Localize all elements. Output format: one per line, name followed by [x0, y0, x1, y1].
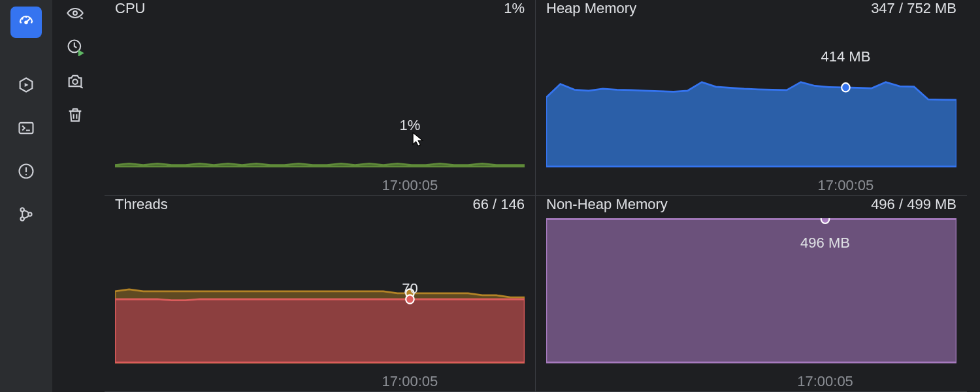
panel-value: 496 / 499 MB — [871, 196, 956, 213]
nonheap-chart-svg — [546, 218, 956, 391]
services-icon — [17, 76, 35, 97]
problems-icon — [17, 162, 35, 183]
left-tool-rail — [0, 0, 52, 392]
git-icon — [17, 205, 35, 226]
profiler-tool-button[interactable] — [10, 7, 42, 38]
terminal-tool-button[interactable] — [10, 114, 42, 145]
cpu-panel[interactable]: CPU 1% 1% 17:00:05 — [105, 0, 536, 196]
svg-point-3 — [25, 174, 27, 175]
svg-rect-1 — [20, 123, 33, 133]
time-range-button[interactable] — [62, 38, 88, 59]
heap-memory-panel[interactable]: Heap Memory 347 / 752 MB 414 MB 17:00:05 — [536, 0, 967, 196]
threads-panel[interactable]: Threads 66 / 146 70 17:00:05 — [105, 196, 536, 392]
time-axis-label: 17:00:05 — [382, 177, 438, 194]
terminal-icon — [17, 119, 35, 140]
time-axis-label: 17:00:05 — [818, 177, 874, 194]
git-tool-button[interactable] — [10, 200, 42, 231]
panel-header: Non-Heap Memory 496 / 499 MB — [546, 196, 956, 218]
view-mode-button[interactable] — [62, 4, 88, 25]
eye-icon — [66, 4, 84, 25]
svg-point-6 — [28, 212, 31, 216]
camera-icon — [66, 72, 84, 93]
non-heap-memory-panel[interactable]: Non-Heap Memory 496 / 499 MB 496 MB 17:0… — [536, 196, 967, 392]
heap-chart[interactable]: 414 MB 17:00:05 — [546, 22, 956, 195]
marker-label: 414 MB — [821, 48, 871, 65]
marker-label: 496 MB — [800, 235, 850, 252]
svg-point-7 — [73, 11, 77, 15]
threads-chart[interactable]: 70 17:00:05 — [115, 218, 525, 391]
svg-point-13 — [821, 218, 830, 223]
svg-point-9 — [73, 79, 77, 84]
clock-play-icon — [66, 38, 84, 59]
heap-chart-svg — [546, 22, 956, 195]
snapshot-button[interactable] — [62, 72, 88, 93]
delete-button[interactable] — [62, 106, 88, 127]
monitor-grid: CPU 1% 1% 17:00:05 Heap Memory 347 / 752… — [98, 0, 980, 392]
panel-title: Heap Memory — [546, 0, 636, 17]
panel-title: CPU — [115, 0, 145, 17]
threads-chart-svg — [115, 218, 525, 391]
profiler-toolbar — [52, 0, 98, 392]
panel-title: Non-Heap Memory — [546, 196, 668, 213]
non-heap-chart[interactable]: 496 MB 17:00:05 — [546, 218, 956, 391]
problems-tool-button[interactable] — [10, 157, 42, 188]
time-axis-label: 17:00:05 — [382, 373, 438, 390]
services-tool-button[interactable] — [10, 71, 42, 102]
cpu-chart[interactable]: 1% 17:00:05 — [115, 22, 525, 195]
panel-header: CPU 1% — [115, 0, 525, 22]
cpu-chart-svg — [115, 22, 525, 195]
time-axis-label: 17:00:05 — [797, 373, 853, 390]
svg-point-10 — [841, 83, 850, 91]
panel-header: Heap Memory 347 / 752 MB — [546, 0, 956, 22]
gauge-icon — [17, 12, 35, 33]
panel-value: 1% — [504, 0, 525, 17]
panel-value: 347 / 752 MB — [871, 0, 956, 17]
panel-title: Threads — [115, 196, 168, 213]
cursor-icon — [412, 132, 424, 148]
svg-point-4 — [20, 208, 24, 211]
svg-point-5 — [20, 217, 24, 220]
panel-value: 66 / 146 — [472, 196, 525, 213]
panel-header: Threads 66 / 146 — [115, 196, 525, 218]
trash-icon — [66, 106, 84, 127]
marker-label: 70 — [402, 280, 417, 297]
